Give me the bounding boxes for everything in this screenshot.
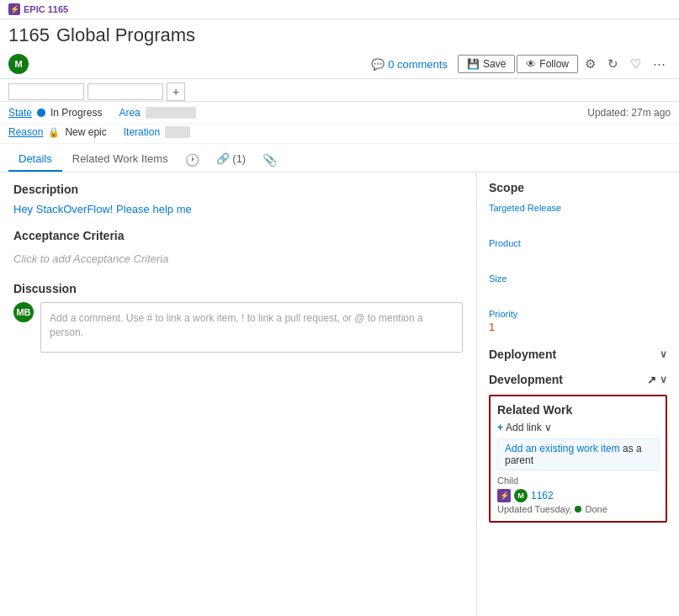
undo-button[interactable]: ♡ [625, 53, 646, 75]
priority-value[interactable]: 1 [489, 321, 667, 336]
epic-badge: EPIC 1165 [8, 3, 68, 15]
left-panel: Description Hey StackOverFlow! Please he… [0, 173, 477, 616]
description-content[interactable]: Hey StackOverFlow! Please help me [13, 203, 463, 215]
deployment-chevron: ∨ [660, 348, 667, 360]
title-row: 1165 Global Programs [0, 19, 679, 50]
epic-badge-text: EPIC 1165 [24, 4, 68, 14]
add-link-button[interactable]: + Add link ∨ [497, 422, 552, 433]
toolbar-actions: 💾 Save 👁 Follow ⚙ ↻ ♡ ⋯ [458, 53, 671, 75]
follow-button[interactable]: 👁 Follow [517, 55, 578, 73]
iteration-value[interactable] [165, 126, 190, 138]
add-existing-link[interactable]: Add an existing work item [505, 443, 620, 454]
epic-icon [8, 3, 20, 15]
save-icon: 💾 [467, 58, 480, 70]
eye-icon: 👁 [526, 58, 536, 70]
toolbar: M 💬 0 comments 💾 Save 👁 Follow ⚙ ↻ ♡ ⋯ [0, 50, 679, 79]
dropdown-arrow: ∨ [544, 422, 552, 433]
discussion-avatar: MB [13, 302, 34, 322]
product-label: Product [489, 238, 667, 248]
acceptance-heading: Acceptance Criteria [13, 229, 463, 242]
iteration-label[interactable]: Iteration [124, 126, 160, 138]
child-avatar: M [514, 489, 528, 502]
tab-details[interactable]: Details [8, 147, 62, 172]
top-bar: EPIC 1165 [0, 0, 679, 19]
comments-count: 0 comments [388, 58, 448, 71]
priority-label: Priority [489, 309, 667, 319]
reason-meta: Reason 🔒 New epic [8, 126, 107, 138]
add-tab-button[interactable]: + [167, 82, 185, 101]
state-value[interactable]: In Progress [50, 107, 102, 119]
work-item-title[interactable]: Global Programs [56, 24, 195, 46]
discussion-section: Discussion MB Add a comment. Use # to li… [13, 282, 463, 353]
child-item: ⚡ M 1162 [497, 489, 659, 502]
tab-related-work-items[interactable]: Related Work Items [62, 147, 178, 172]
development-chevron: ∨ [660, 374, 667, 385]
development-icons: ↗ ∨ [647, 374, 667, 386]
discussion-heading: Discussion [13, 282, 463, 295]
area-value[interactable] [146, 107, 196, 119]
description-heading: Description [13, 183, 463, 196]
external-link-icon[interactable]: ↗ [647, 374, 656, 386]
discussion-input[interactable]: Add a comment. Use # to link a work item… [40, 302, 463, 353]
child-updated: Updated Tuesday, [497, 504, 571, 514]
iteration-meta: Iteration [124, 126, 190, 138]
child-status: Done [585, 504, 607, 514]
add-link-row: + Add link ∨ [497, 422, 659, 433]
discussion-input-area: MB Add a comment. Use # to link a work i… [13, 302, 463, 353]
state-meta: State In Progress [8, 107, 102, 119]
save-button[interactable]: 💾 Save [458, 55, 515, 73]
main-content: Description Hey StackOverFlow! Please he… [0, 173, 679, 616]
tabs-row: + [0, 81, 679, 102]
meta-row-2: Reason 🔒 New epic Iteration [0, 125, 679, 144]
lock-icon: 🔒 [48, 127, 60, 138]
child-label: Child [497, 475, 659, 486]
development-title: Development [489, 373, 563, 386]
updated-timestamp: Updated: 27m ago [587, 107, 671, 119]
settings-button[interactable]: ⚙ [580, 53, 601, 75]
existing-parent-row[interactable]: Add an existing work item as a parent [497, 438, 659, 470]
product-value[interactable] [489, 250, 667, 265]
comments-button[interactable]: 💬 0 comments [371, 58, 448, 71]
acceptance-placeholder[interactable]: Click to add Acceptance Criteria [13, 249, 463, 268]
deployment-title: Deployment [489, 348, 556, 361]
child-meta: Updated Tuesday, Done [497, 504, 659, 514]
tab-input-1[interactable] [8, 83, 84, 100]
link-icon: 🔗 [216, 152, 230, 165]
tab-input-2[interactable] [88, 83, 163, 100]
more-button[interactable]: ⋯ [648, 53, 671, 75]
content-tabs: Details Related Work Items 🕐 🔗 (1) 📎 [0, 147, 679, 173]
reason-value[interactable]: New epic [65, 126, 106, 138]
child-id[interactable]: 1162 [531, 490, 554, 502]
targeted-release-label: Targeted Release [489, 203, 667, 213]
refresh-button[interactable]: ↻ [602, 53, 623, 75]
development-section[interactable]: Development ↗ ∨ [489, 373, 667, 386]
plus-icon: + [497, 422, 503, 433]
area-label[interactable]: Area [119, 107, 140, 119]
done-status-dot [575, 506, 581, 512]
related-work-title: Related Work [497, 403, 659, 417]
child-epic-icon: ⚡ [497, 489, 511, 502]
related-work-box: Related Work + Add link ∨ Add an existin… [489, 395, 667, 523]
add-link-label: Add link [506, 422, 542, 433]
work-item-id: 1165 [8, 24, 50, 46]
scope-heading: Scope [489, 181, 667, 194]
state-indicator [37, 109, 45, 117]
area-meta: Area [119, 107, 195, 119]
state-label[interactable]: State [8, 107, 32, 119]
right-panel: Scope Targeted Release Product Size Prio… [477, 173, 679, 616]
deployment-section[interactable]: Deployment ∨ [489, 348, 667, 361]
reason-label[interactable]: Reason [8, 126, 43, 138]
targeted-release-value[interactable] [489, 215, 667, 230]
tab-history-icon[interactable]: 🕐 [178, 148, 206, 172]
tab-attachment-icon[interactable]: 📎 [256, 148, 284, 172]
size-label: Size [489, 273, 667, 284]
tab-links[interactable]: 🔗 (1) [206, 147, 257, 172]
avatar: M [8, 54, 29, 74]
meta-row: State In Progress Area Updated: 27m ago [0, 102, 679, 125]
size-value[interactable] [489, 285, 667, 300]
comment-icon: 💬 [371, 58, 385, 71]
